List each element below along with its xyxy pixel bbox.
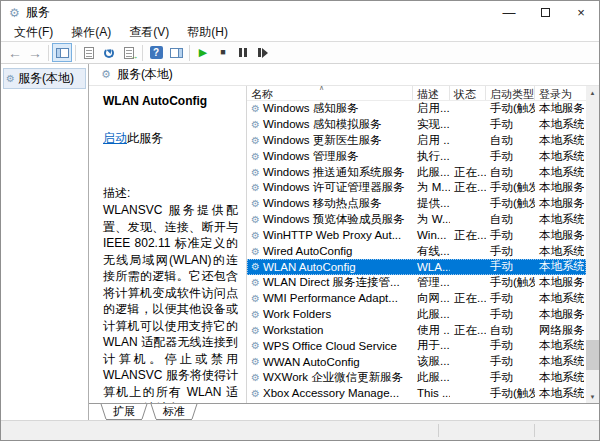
statusbar-separator bbox=[438, 424, 439, 437]
menu-help[interactable]: 帮助(H) bbox=[178, 23, 237, 42]
cell-logon: 本地服务 bbox=[535, 227, 584, 243]
table-row[interactable]: ⚙WPS Office Cloud Service用于...手动本地系统 bbox=[247, 338, 586, 354]
column-header-name[interactable]: 名称 ∧ bbox=[247, 86, 413, 100]
cell-status bbox=[450, 259, 486, 275]
pause-service-button[interactable] bbox=[233, 43, 253, 62]
table-row[interactable]: ⚙Windows 许可证管理器服务为 M...正在...手动(触发...本地服务 bbox=[247, 180, 586, 196]
table-row[interactable]: ⚙WWAN AutoConfig该服...手动本地系统 bbox=[247, 354, 586, 370]
table-row[interactable]: ⚙Workstation使用 ...正在...自动网络服务 bbox=[247, 322, 586, 338]
cell-logon: 本地系统 bbox=[535, 212, 584, 228]
cell-desc: WLA... bbox=[413, 259, 450, 275]
cell-name: ⚙WLAN AutoConfig bbox=[247, 259, 413, 275]
table-row[interactable]: ⚙Windows 预览体验成员服务为 W...自动本地系统 bbox=[247, 212, 586, 228]
refresh-button[interactable] bbox=[99, 43, 119, 62]
cell-logon: 本地系统 bbox=[535, 370, 584, 386]
menu-file[interactable]: 文件(F) bbox=[5, 23, 62, 42]
cell-status: 正在... bbox=[450, 180, 486, 196]
help-button[interactable]: ? bbox=[146, 43, 166, 62]
table-row[interactable]: ⚙WinHTTP Web Proxy Aut...Win...正在...手动本地… bbox=[247, 227, 586, 243]
table-row[interactable]: ⚙Xbox Live 身份验证管理器提供...手动本地系统 bbox=[247, 401, 586, 403]
description-text: WLANSVC 服务提供配置、发现、连接、断开与 IEEE 802.11 标准定… bbox=[103, 202, 238, 403]
panel-body: WLAN AutoConfig 启动此服务 描述: WLANSVC 服务提供配置… bbox=[89, 86, 599, 403]
start-service-link[interactable]: 启动 bbox=[103, 131, 127, 145]
window-title: 服务 bbox=[26, 4, 491, 21]
table-row[interactable]: ⚙Windows 感知服务启用...手动(触发...本地服务 bbox=[247, 101, 586, 117]
maximize-button[interactable] bbox=[527, 2, 563, 24]
column-header-startup-type[interactable]: 启动类型 bbox=[486, 86, 535, 100]
toolbar-separator bbox=[48, 45, 49, 61]
table-row[interactable]: ⚙Windows 更新医生服务启用 ...自动本地系统 bbox=[247, 133, 586, 149]
forward-button[interactable]: → bbox=[25, 43, 45, 62]
cell-name: ⚙Wired AutoConfig bbox=[247, 243, 413, 259]
table-row[interactable]: ⚙Xbox Accessory Manage...This ...手动(触发..… bbox=[247, 385, 586, 401]
restart-service-button[interactable] bbox=[253, 43, 273, 62]
table-row[interactable]: ⚙Windows 移动热点服务提供...手动(触发...本地服务 bbox=[247, 196, 586, 212]
column-header-logon-as[interactable]: 登录为 bbox=[535, 86, 584, 100]
title-bar: ⚙ 服务 — × bbox=[1, 1, 599, 24]
cell-desc: This ... bbox=[413, 385, 450, 401]
start-service-button[interactable]: ▶ bbox=[193, 43, 213, 62]
start-service-icon: ▶ bbox=[199, 47, 207, 58]
show-console-tree-button[interactable] bbox=[52, 43, 72, 62]
column-header-description[interactable]: 描述 bbox=[413, 86, 450, 100]
cell-name: ⚙WXWork 企业微信更新服务 bbox=[247, 370, 413, 386]
stop-service-button[interactable]: ■ bbox=[213, 43, 233, 62]
show-action-pane-button[interactable] bbox=[166, 43, 186, 62]
cell-logon: 本地系统 bbox=[535, 385, 584, 401]
service-gear-icon: ⚙ bbox=[251, 293, 260, 304]
properties-button[interactable] bbox=[79, 43, 99, 62]
service-gear-icon: ⚙ bbox=[251, 325, 260, 336]
cell-logon: 本地系统 bbox=[535, 338, 584, 354]
table-header: 名称 ∧ 描述 状态 启动类型 登录为 bbox=[247, 86, 586, 101]
cell-status bbox=[450, 275, 486, 291]
cell-startup: 手动 bbox=[486, 259, 535, 275]
cell-status bbox=[450, 196, 486, 212]
table-row[interactable]: ⚙Windows 管理服务执行...手动本地系统 bbox=[247, 148, 586, 164]
tab-extended[interactable]: 扩展 bbox=[106, 404, 142, 420]
table-row[interactable]: ⚙Work Folders此服...手动本地服务 bbox=[247, 306, 586, 322]
column-header-status[interactable]: 状态 bbox=[450, 86, 486, 100]
menu-view[interactable]: 查看(V) bbox=[120, 23, 178, 42]
export-list-button[interactable]: → bbox=[119, 43, 139, 62]
back-button[interactable]: ← bbox=[5, 43, 25, 62]
scroll-down-icon[interactable]: ▼ bbox=[586, 390, 599, 403]
cell-name: ⚙Windows 许可证管理器服务 bbox=[247, 180, 413, 196]
cell-desc: 管理... bbox=[413, 275, 450, 291]
cell-status: 正在... bbox=[450, 322, 486, 338]
statusbar-separator bbox=[534, 424, 535, 437]
help-icon: ? bbox=[150, 46, 163, 59]
table-row[interactable]: ⚙Windows 感知模拟服务实现...手动本地系统 bbox=[247, 117, 586, 133]
services-gear-icon: ⚙ bbox=[6, 73, 15, 84]
cell-desc: 有线... bbox=[413, 243, 450, 259]
table-row[interactable]: ⚙WLAN AutoConfigWLA...手动本地系统 bbox=[247, 259, 586, 275]
cell-logon: 本地服务 bbox=[535, 101, 584, 117]
cell-startup: 手动 bbox=[486, 291, 535, 307]
table-row[interactable]: ⚙Wired AutoConfig有线...手动本地系统 bbox=[247, 243, 586, 259]
cell-startup: 手动 bbox=[486, 354, 535, 370]
cell-desc: 执行... bbox=[413, 148, 450, 164]
table-row[interactable]: ⚙WLAN Direct 服务连接管...管理...手动(触发...本地服务 bbox=[247, 275, 586, 291]
cell-desc: 此服... bbox=[413, 370, 450, 386]
tree-item-services-local[interactable]: ⚙ 服务(本地) bbox=[3, 68, 86, 89]
service-gear-icon: ⚙ bbox=[251, 388, 260, 399]
menu-action[interactable]: 操作(A) bbox=[62, 23, 120, 42]
scrollbar-thumb[interactable] bbox=[586, 340, 599, 370]
cell-startup: 手动(触发... bbox=[486, 196, 535, 212]
cell-status bbox=[450, 243, 486, 259]
cell-desc: 使用 ... bbox=[413, 322, 450, 338]
cell-status bbox=[450, 133, 486, 149]
panel-header-label: 服务(本地) bbox=[117, 66, 173, 83]
vertical-scrollbar[interactable]: ▲ ▼ bbox=[586, 86, 599, 403]
cell-startup: 自动 bbox=[486, 133, 535, 149]
service-rows: ⚙Windows 感知服务启用...手动(触发...本地服务⚙Windows 感… bbox=[247, 101, 586, 403]
minimize-button[interactable]: — bbox=[491, 2, 527, 24]
main-content: ⚙ 服务(本地) ⚙ 服务(本地) WLAN AutoConfig 启动此服务 … bbox=[1, 64, 599, 420]
table-row[interactable]: ⚙Windows 推送通知系统服务此服...正在...自动本地系统 bbox=[247, 164, 586, 180]
cell-desc: 为 W... bbox=[413, 212, 450, 228]
scroll-up-icon[interactable]: ▲ bbox=[586, 86, 599, 99]
table-row[interactable]: ⚙WMI Performance Adapt...向网...正在...手动本地系… bbox=[247, 291, 586, 307]
close-button[interactable]: × bbox=[563, 2, 599, 24]
tab-standard[interactable]: 标准 bbox=[156, 404, 192, 420]
table-row[interactable]: ⚙WXWork 企业微信更新服务此服...手动本地系统 bbox=[247, 370, 586, 386]
console-tree-icon bbox=[56, 48, 69, 58]
